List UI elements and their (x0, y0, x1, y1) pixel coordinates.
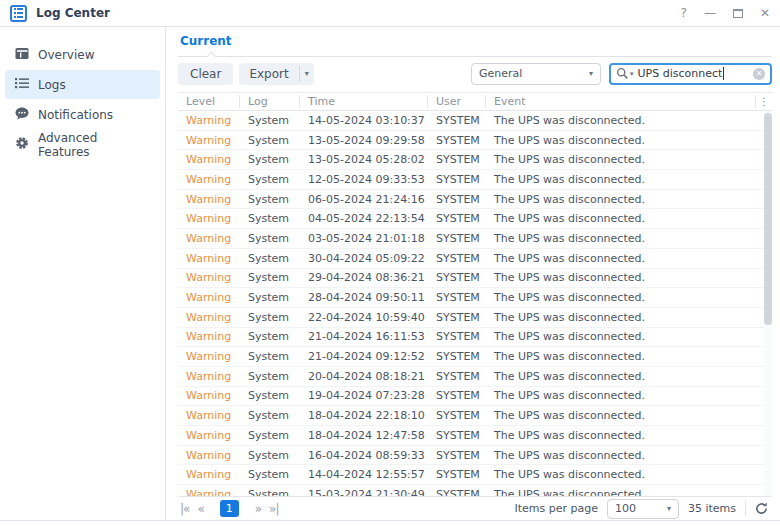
table-row[interactable]: Warning System 20-04-2024 08:18:21 SYSTE… (178, 367, 772, 387)
cell-user: SYSTEM (428, 449, 486, 462)
table-row[interactable]: Warning System 13-05-2024 05:28:02 SYSTE… (178, 150, 772, 170)
sidebar-item-logs[interactable]: Logs (5, 70, 160, 99)
cell-user: SYSTEM (428, 291, 486, 304)
log-type-select[interactable]: General ▾ (471, 63, 601, 85)
cell-event: The UPS was disconnected. (486, 429, 772, 442)
items-count: 35 items (688, 502, 736, 515)
cell-user: SYSTEM (428, 252, 486, 265)
table-row[interactable]: Warning System 30-04-2024 05:09:22 SYSTE… (178, 249, 772, 269)
clear-button[interactable]: Clear (178, 63, 233, 85)
cell-level: Warning (178, 311, 240, 324)
cell-user: SYSTEM (428, 330, 486, 343)
cell-level: Warning (178, 114, 240, 127)
minimize-icon[interactable]: — (704, 7, 716, 19)
table-row[interactable]: Warning System 21-04-2024 16:11:53 SYSTE… (178, 328, 772, 348)
cell-event: The UPS was disconnected. (486, 330, 772, 343)
table-row[interactable]: Warning System 22-04-2024 10:59:40 SYSTE… (178, 308, 772, 328)
refresh-icon[interactable] (755, 502, 770, 515)
cell-event: The UPS was disconnected. (486, 311, 772, 324)
cell-log: System (240, 193, 300, 206)
table-row[interactable]: Warning System 18-04-2024 22:18:10 SYSTE… (178, 406, 772, 426)
cell-user: SYSTEM (428, 212, 486, 225)
cell-log: System (240, 389, 300, 402)
chevron-down-icon: ▾ (581, 69, 593, 78)
column-header-level[interactable]: Level (178, 95, 240, 108)
previous-page-icon[interactable]: « (197, 502, 203, 516)
current-page-indicator[interactable]: 1 (220, 500, 239, 517)
tab-current[interactable]: Current (178, 34, 232, 56)
table-row[interactable]: Warning System 16-04-2024 08:59:33 SYSTE… (178, 446, 772, 466)
table-row[interactable]: Warning System 14-05-2024 03:10:37 SYSTE… (178, 111, 772, 131)
cell-level: Warning (178, 252, 240, 265)
sidebar-item-overview[interactable]: Overview (5, 40, 160, 69)
table-row[interactable]: Warning System 28-04-2024 09:50:11 SYSTE… (178, 288, 772, 308)
sidebar-item-notifications[interactable]: Notifications (5, 100, 160, 129)
cell-user: SYSTEM (428, 409, 486, 422)
maximize-icon[interactable] (733, 9, 743, 18)
export-button[interactable]: Export ▾ (239, 63, 313, 85)
table-row[interactable]: Warning System 04-05-2024 22:13:54 SYSTE… (178, 209, 772, 229)
column-header-log[interactable]: Log (240, 95, 300, 108)
cell-level: Warning (178, 193, 240, 206)
export-button-label: Export (239, 63, 298, 85)
table-row[interactable]: Warning System 03-05-2024 21:01:18 SYSTE… (178, 229, 772, 249)
column-settings-icon[interactable]: ⋮ (756, 96, 772, 107)
table-row[interactable]: Warning System 15-03-2024 21:30:49 SYSTE… (178, 485, 772, 496)
chevron-down-icon: ▾ (659, 504, 671, 513)
log-type-select-value: General (479, 67, 522, 80)
table-row[interactable]: Warning System 06-05-2024 21:24:16 SYSTE… (178, 190, 772, 210)
cell-user: SYSTEM (428, 468, 486, 481)
search-clear-icon[interactable]: ✕ (753, 68, 765, 80)
column-header-user[interactable]: User (428, 95, 486, 108)
cell-time: 22-04-2024 10:59:40 (300, 311, 428, 324)
help-icon[interactable]: ? (681, 7, 687, 19)
last-page-icon[interactable]: »| (269, 502, 278, 516)
cell-user: SYSTEM (428, 271, 486, 284)
close-icon[interactable]: ✕ (760, 7, 770, 19)
cell-level: Warning (178, 449, 240, 462)
cell-log: System (240, 370, 300, 383)
cell-user: SYSTEM (428, 232, 486, 245)
cell-time: 12-05-2024 09:33:53 (300, 173, 428, 186)
table-header: Level Log Time User Event ⋮ (178, 92, 772, 111)
search-options-caret-icon[interactable]: ▾ (630, 70, 634, 78)
search-input[interactable]: ▾ UPS disconnect ✕ (609, 63, 772, 85)
column-header-time[interactable]: Time (300, 95, 428, 108)
cell-log: System (240, 252, 300, 265)
scrollbar-thumb[interactable] (764, 113, 772, 325)
table-row[interactable]: Warning System 14-04-2024 12:55:57 SYSTE… (178, 465, 772, 485)
cell-log: System (240, 429, 300, 442)
cell-log: System (240, 271, 300, 284)
table-row[interactable]: Warning System 18-04-2024 12:47:58 SYSTE… (178, 426, 772, 446)
table-row[interactable]: Warning System 29-04-2024 08:36:21 SYSTE… (178, 269, 772, 289)
next-page-icon[interactable]: » (255, 502, 261, 516)
window-bottom-edge (0, 520, 780, 526)
cell-time: 21-04-2024 09:12:52 (300, 350, 428, 363)
log-center-window: Log Center ? — ✕ Overview Logs (0, 0, 780, 526)
first-page-icon[interactable]: |« (180, 502, 189, 516)
export-dropdown-caret-icon[interactable]: ▾ (300, 63, 314, 85)
cell-log: System (240, 488, 300, 496)
items-per-page-select[interactable]: 100 ▾ (607, 499, 679, 519)
table-row[interactable]: Warning System 12-05-2024 09:33:53 SYSTE… (178, 170, 772, 190)
cell-level: Warning (178, 370, 240, 383)
cell-level: Warning (178, 291, 240, 304)
cell-time: 16-04-2024 08:59:33 (300, 449, 428, 462)
cell-event: The UPS was disconnected. (486, 468, 772, 481)
cell-user: SYSTEM (428, 429, 486, 442)
column-header-event[interactable]: Event (486, 95, 756, 108)
main-panel: Current Clear Export ▾ General ▾ (166, 27, 780, 520)
pagination: |« « 1 » »| (180, 500, 278, 517)
cell-log: System (240, 212, 300, 225)
cell-log: System (240, 134, 300, 147)
cell-time: 15-03-2024 21:30:49 (300, 488, 428, 496)
cell-log: System (240, 291, 300, 304)
text-cursor (723, 67, 724, 80)
table-row[interactable]: Warning System 13-05-2024 09:29:58 SYSTE… (178, 131, 772, 151)
cell-time: 21-04-2024 16:11:53 (300, 330, 428, 343)
table-row[interactable]: Warning System 21-04-2024 09:12:52 SYSTE… (178, 347, 772, 367)
table-row[interactable]: Warning System 19-04-2024 07:23:28 SYSTE… (178, 387, 772, 407)
cell-event: The UPS was disconnected. (486, 389, 772, 402)
cell-user: SYSTEM (428, 389, 486, 402)
sidebar-item-advanced-features[interactable]: Advanced Features (5, 130, 160, 159)
